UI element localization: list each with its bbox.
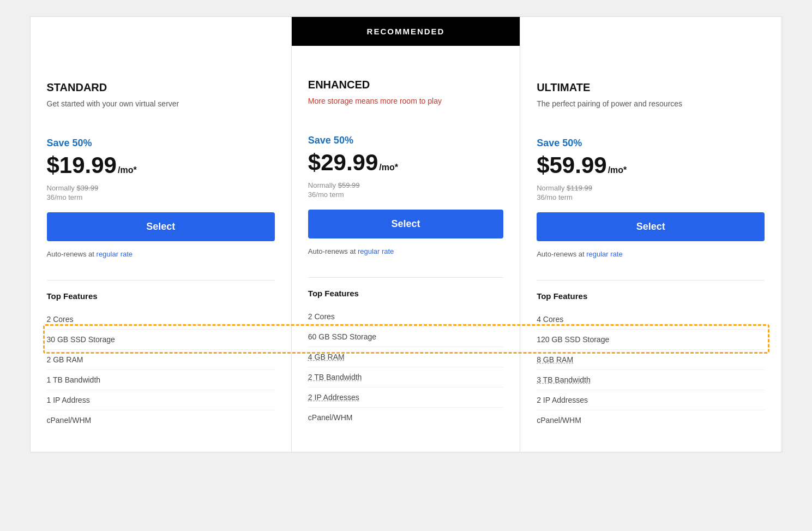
plan-standard-term: 36/mo term (47, 193, 275, 201)
plan-standard-save: Save 50% (47, 138, 275, 149)
plan-enhanced-tagline: More storage means more room to play (308, 96, 503, 122)
plan-standard-normal-price: $39.99 (76, 184, 98, 192)
plan-standard-price-suffix: /mo* (118, 165, 137, 175)
plan-ultimate-divider (537, 280, 765, 281)
plan-enhanced-save: Save 50% (308, 135, 503, 146)
plan-standard-tagline: Get started with your own virtual server (47, 98, 275, 124)
feature-ultimate-storage: 120 GB SSD Storage (537, 330, 765, 350)
recommended-banner: RECOMMENDED (292, 17, 520, 46)
feature-standard-cores: 2 Cores (47, 309, 275, 330)
feature-standard-ram: 2 GB RAM (47, 350, 275, 370)
plan-enhanced-normal-price: $59.99 (338, 181, 360, 189)
plan-standard-select-button[interactable]: Select (47, 212, 275, 241)
feature-ultimate-cores: 4 Cores (537, 309, 765, 330)
plan-enhanced-autorenew-link[interactable]: regular rate (358, 247, 394, 255)
plan-ultimate-save: Save 50% (537, 138, 765, 149)
feature-standard-ip: 1 IP Address (47, 390, 275, 410)
plan-ultimate-autorenew-link[interactable]: regular rate (586, 250, 622, 258)
feature-enhanced-storage: 60 GB SSD Storage (308, 327, 503, 347)
plan-ultimate-tagline: The perfect pairing of power and resourc… (537, 98, 765, 124)
feature-enhanced-cores: 2 Cores (308, 307, 503, 327)
plan-standard-features-title: Top Features (47, 291, 275, 301)
plan-enhanced-term: 36/mo term (308, 190, 503, 199)
plan-ultimate-price: $59.99 (537, 152, 606, 178)
feature-ultimate-ram[interactable]: 8 GB RAM (537, 350, 765, 370)
feature-enhanced-ip[interactable]: 2 IP Addresses (308, 387, 503, 408)
plan-enhanced: ENHANCED More storage means more room to… (292, 46, 520, 452)
plan-ultimate-price-row: $59.99 /mo* (537, 152, 765, 178)
plan-ultimate: ULTIMATE The perfect pairing of power an… (520, 17, 781, 452)
plan-standard-normal: Normally $39.99 (47, 184, 275, 192)
plan-enhanced-price: $29.99 (308, 150, 378, 176)
plan-ultimate-price-suffix: /mo* (608, 165, 627, 175)
plan-enhanced-autorenew-text: Auto-renews at (308, 247, 358, 255)
plan-standard-price: $19.99 (47, 152, 117, 178)
plan-enhanced-wrapper: RECOMMENDED ENHANCED More storage means … (292, 17, 520, 452)
feature-enhanced-cpanel: cPanel/WHM (308, 408, 503, 427)
feature-enhanced-ram[interactable]: 4 GB RAM (308, 347, 503, 367)
plan-standard-divider (47, 280, 275, 281)
plan-enhanced-normal: Normally $59.99 (308, 181, 503, 189)
plan-enhanced-autorenew: Auto-renews at regular rate (308, 247, 503, 255)
plan-enhanced-divider (308, 277, 503, 278)
plan-ultimate-autorenew: Auto-renews at regular rate (537, 250, 765, 258)
plan-standard-price-row: $19.99 /mo* (47, 152, 275, 178)
feature-standard-storage: 30 GB SSD Storage (47, 330, 275, 350)
feature-standard-bandwidth: 1 TB Bandwidth (47, 370, 275, 390)
plan-enhanced-price-suffix: /mo* (379, 163, 398, 172)
plan-standard: STANDARD Get started with your own virtu… (31, 17, 292, 452)
plan-ultimate-features-title: Top Features (537, 291, 765, 301)
plan-ultimate-select-button[interactable]: Select (537, 212, 765, 241)
plan-ultimate-term: 36/mo term (537, 193, 765, 201)
feature-ultimate-ip: 2 IP Addresses (537, 390, 765, 410)
feature-enhanced-bandwidth[interactable]: 2 TB Bandwidth (308, 367, 503, 387)
feature-ultimate-cpanel: cPanel/WHM (537, 410, 765, 430)
plan-enhanced-name: ENHANCED (308, 79, 503, 91)
feature-standard-cpanel: cPanel/WHM (47, 410, 275, 430)
pricing-table: STANDARD Get started with your own virtu… (30, 16, 783, 452)
plan-standard-autorenew-link[interactable]: regular rate (97, 250, 133, 258)
plan-enhanced-price-row: $29.99 /mo* (308, 150, 503, 176)
plan-enhanced-select-button[interactable]: Select (308, 210, 503, 238)
plan-enhanced-features-title: Top Features (308, 289, 503, 298)
plan-standard-autorenew: Auto-renews at regular rate (47, 250, 275, 258)
plan-standard-autorenew-text: Auto-renews at (47, 250, 97, 258)
plan-ultimate-autorenew-text: Auto-renews at (537, 250, 586, 258)
plan-ultimate-name: ULTIMATE (537, 81, 765, 94)
plan-standard-name: STANDARD (47, 81, 275, 94)
feature-ultimate-bandwidth[interactable]: 3 TB Bandwidth (537, 370, 765, 390)
plan-ultimate-normal: Normally $119.99 (537, 184, 765, 192)
plan-ultimate-normal-price: $119.99 (567, 184, 592, 192)
